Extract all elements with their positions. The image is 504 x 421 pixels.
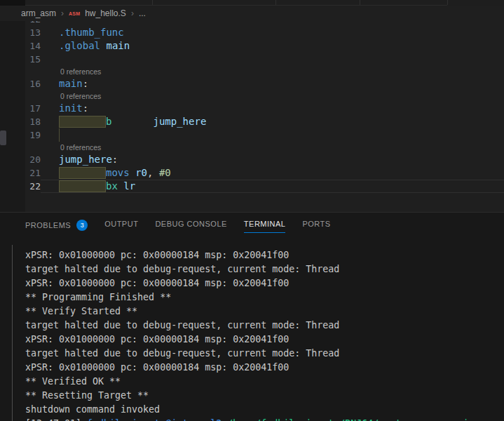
terminal-prompt-line: [13:47:01] fadhil_riyanto@integral2 /hom… — [25, 417, 504, 421]
line-number[interactable]: 13 — [0, 26, 41, 39]
tab-strip-left-block — [0, 0, 25, 6]
breadcrumb-folder[interactable]: arm_asm — [21, 8, 56, 18]
code-editor[interactable]: 1213.thumb_func14.global main150 referen… — [0, 21, 504, 212]
panel-tab-bar: PROBLEMS3OUTPUTDEBUG CONSOLETERMINALPORT… — [0, 213, 504, 235]
bottom-panel: PROBLEMS3OUTPUTDEBUG CONSOLETERMINALPORT… — [0, 212, 504, 421]
code-line-14[interactable]: 14.global main — [0, 39, 504, 53]
code-token: : — [83, 78, 88, 89]
code-token: main — [59, 78, 83, 89]
code-line-19[interactable]: 19 — [0, 128, 504, 142]
terminal-line: shutdown command invoked — [25, 403, 504, 417]
codelens-references[interactable]: 0 references — [60, 142, 504, 153]
codelens-row[interactable]: 0 references — [0, 91, 504, 102]
panel-tab-terminal[interactable]: TERMINAL — [244, 220, 286, 233]
code-line-21[interactable]: 21movs r0, #0 — [0, 166, 504, 180]
code-token — [130, 167, 135, 178]
code-text: bx lr — [59, 180, 504, 193]
code-token: #0 — [159, 167, 171, 178]
code-token: movs — [106, 167, 130, 178]
code-line-20[interactable]: 20jump_here: — [0, 153, 504, 166]
code-text: init: — [59, 102, 504, 115]
whitespace-highlight — [59, 167, 106, 179]
chevron-right-icon: › — [61, 8, 64, 18]
code-line-12[interactable]: 12 — [0, 21, 504, 26]
editor-rows: 1213.thumb_func14.global main150 referen… — [0, 21, 504, 193]
codelens-row[interactable]: 0 references — [0, 66, 504, 77]
breadcrumb-symbol[interactable]: ... — [139, 8, 146, 18]
panel-tab-ports[interactable]: PORTS — [302, 220, 330, 232]
editor-tab-strip[interactable] — [0, 0, 504, 6]
terminal-line: ** Verify Started ** — [25, 305, 504, 319]
terminal-line: target halted due to debug-request, curr… — [25, 262, 504, 276]
prompt-timestamp: [13:47:01] — [25, 418, 87, 421]
panel-tab-debug-console[interactable]: DEBUG CONSOLE — [155, 220, 226, 232]
code-token: : — [83, 102, 88, 114]
code-line-15[interactable]: 15 — [0, 53, 504, 66]
codelens-references[interactable]: 0 references — [60, 66, 504, 77]
code-line-13[interactable]: 13.thumb_func — [0, 26, 504, 39]
prompt-user-host: fadhil_riyanto@integral2 — [87, 418, 227, 421]
line-number[interactable]: 15 — [0, 53, 41, 66]
panel-tab-label: PORTS — [302, 220, 330, 228]
whitespace-highlight — [59, 116, 106, 128]
whitespace-highlight — [59, 180, 106, 192]
code-token: .global — [59, 40, 100, 51]
code-text: main: — [59, 77, 504, 91]
panel-tab-problems[interactable]: PROBLEMS3 — [25, 220, 88, 235]
code-token — [111, 116, 153, 127]
code-token: jump_here — [59, 154, 112, 165]
vscode-window: arm_asm › ASM hw_hello.S › ... 1213.thum… — [0, 0, 504, 421]
problems-count-badge: 3 — [76, 220, 88, 231]
terminal-line: target halted due to debug-request, curr… — [25, 347, 504, 361]
line-number[interactable]: 21 — [0, 166, 41, 180]
breadcrumb-file[interactable]: hw_hello.S — [85, 8, 126, 18]
code-token: jump_here — [153, 116, 206, 127]
code-line-16[interactable]: 16main: — [0, 77, 504, 91]
code-text: movs r0, #0 — [59, 166, 504, 180]
tab-separator — [275, 0, 276, 5]
terminal-line: xPSR: 0x01000000 pc: 0x00000184 msp: 0x2… — [25, 248, 504, 262]
tab-separator — [360, 0, 360, 5]
tab-separator — [152, 0, 153, 5]
code-line-18[interactable]: 18b jump_here — [0, 115, 504, 128]
code-token: lr — [123, 180, 135, 192]
code-text: b jump_here — [59, 115, 504, 128]
code-token: : — [112, 154, 118, 165]
terminal-line: ** Resetting Target ** — [25, 389, 504, 403]
code-line-22[interactable]: 22bx lr — [0, 180, 504, 193]
line-number[interactable]: 17 — [0, 102, 41, 115]
tab-separator — [447, 0, 448, 5]
code-token: r0 — [135, 167, 147, 178]
line-number[interactable]: 22 — [0, 180, 41, 193]
panel-tab-output[interactable]: OUTPUT — [104, 220, 138, 232]
code-text: .global main — [59, 39, 504, 53]
terminal-output[interactable]: xPSR: 0x01000000 pc: 0x00000184 msp: 0x2… — [0, 239, 504, 421]
panel-tab-label: DEBUG CONSOLE — [155, 220, 226, 228]
indent-guide — [59, 128, 60, 142]
terminal-line: xPSR: 0x01000000 pc: 0x00000184 msp: 0x2… — [25, 333, 504, 347]
line-number[interactable]: 14 — [0, 39, 41, 53]
line-number[interactable]: 20 — [0, 153, 41, 166]
code-token: bx — [106, 180, 118, 192]
asm-file-icon: ASM — [69, 11, 80, 16]
codelens-references[interactable]: 0 references — [60, 91, 504, 102]
panel-tab-label: TERMINAL — [244, 220, 286, 228]
line-number[interactable]: 19 — [0, 128, 41, 142]
line-number[interactable]: 18 — [0, 115, 41, 128]
codelens-row[interactable]: 0 references — [0, 142, 504, 153]
terminal-line: ** Verified OK ** — [25, 375, 504, 389]
terminal-line: target halted due to debug-request, curr… — [25, 319, 504, 333]
terminal-line: xPSR: 0x01000000 pc: 0x00000184 msp: 0x2… — [25, 276, 504, 290]
code-text: .thumb_func — [59, 26, 504, 39]
code-token: .thumb_func — [59, 27, 124, 38]
code-line-17[interactable]: 17init: — [0, 102, 504, 115]
breadcrumb: arm_asm › ASM hw_hello.S › ... — [0, 6, 504, 21]
line-number[interactable]: 16 — [0, 77, 41, 91]
terminal-line: xPSR: 0x01000000 pc: 0x00000184 msp: 0x2… — [25, 361, 504, 375]
prompt-path: /home/fadhil_riyanto/RNJ64/system_progra… — [227, 418, 479, 421]
code-token — [153, 167, 158, 178]
panel-tab-label: PROBLEMS — [25, 221, 71, 229]
code-token: main — [106, 40, 130, 51]
code-text: jump_here: — [59, 153, 504, 166]
line-number[interactable]: 12 — [0, 21, 41, 26]
